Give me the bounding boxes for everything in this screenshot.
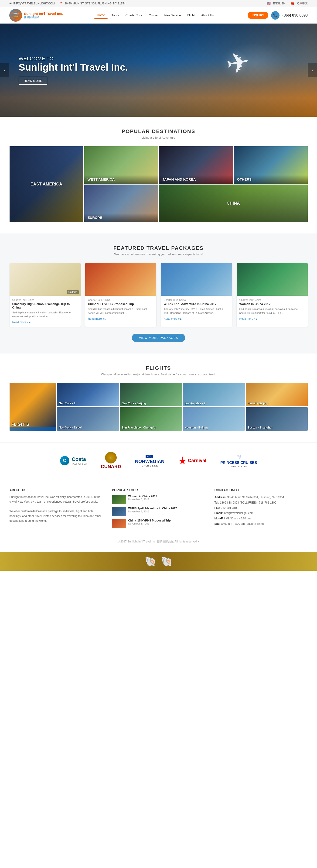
logo: Sunlight 捷腾旅遊 Sunlight Int'l Travel Inc.…	[9, 9, 63, 22]
lang-cn[interactable]: 简体中文	[296, 1, 308, 5]
partner-costa: C Costa ITALY AT SEA	[60, 456, 87, 465]
svg-text:Sunlight: Sunlight	[12, 13, 19, 15]
header: Sunlight 捷腾旅遊 Sunlight Int'l Travel Inc.…	[0, 7, 317, 24]
inquiry-button[interactable]: INQUIRY	[248, 12, 268, 19]
destination-china[interactable]: CHINA	[159, 185, 308, 222]
hero-read-more-button[interactable]: READ MORE	[19, 77, 47, 85]
package-desc-2: Sed dapibus massa a tincidunt convallis.…	[88, 307, 154, 315]
view-more-packages-button[interactable]: VIEW MORE PACKAGES	[132, 334, 185, 342]
destination-east-america[interactable]: EAST AMERICA	[9, 146, 84, 222]
nav-visa[interactable]: Visa Service	[161, 12, 184, 19]
lang-en[interactable]: ENGLISH	[273, 2, 285, 5]
package-card-1: Students Charter Tour, China Simsbury Hi…	[9, 263, 81, 327]
flight-la-label: Los Angeles - ?	[185, 402, 205, 405]
package-card-2: Charter Tour, China China '15 HVRHS Prop…	[85, 263, 156, 327]
flight-sf-chengdu[interactable]: San Francisco - Chengdu	[120, 407, 182, 431]
hero-content: WELCOME TO Sunlight Int'l Travel Inc. RE…	[0, 56, 317, 85]
featured-subtitle: We have a unique way of meeting your adv…	[9, 253, 308, 256]
flight-ny-unknown[interactable]: New York - ?	[57, 383, 119, 406]
destination-west-america[interactable]: WEST AMERICA	[84, 146, 158, 184]
footer-hours: Mon-Fri: 09:30 am - 6:30 pm Sat: 10:00 a…	[215, 516, 308, 527]
phone-number: (866) 838 6898	[282, 13, 308, 18]
ncl-label: NORWEGIAN	[135, 459, 164, 464]
logo-name-en: Sunlight Int'l Travel Inc.	[24, 12, 63, 16]
destinations-subtitle: Living a Life of Adventure	[9, 136, 308, 140]
tour-date-1: November 8, 2017	[128, 498, 157, 501]
footer-tour-item-2: WHPS April Adventure in China 2017 Novem…	[112, 507, 205, 516]
package-card-3: Charter Tour, China WHPS April Adventure…	[161, 263, 232, 327]
nav-tours[interactable]: Tours	[109, 12, 122, 19]
location-icon: 📍	[59, 2, 63, 5]
package-desc-4: Sed dapibus massa a tincidunt convallis.…	[240, 307, 305, 315]
bottom-decoration: 🐚 🐚	[0, 552, 317, 571]
flights-subtitle: We specialize in selling major airline t…	[9, 373, 308, 376]
flight-la-unknown[interactable]: Los Angeles - ?	[183, 383, 245, 406]
flight-ny-beijing[interactable]: New York - Beijing	[120, 383, 182, 406]
package-read-more-1[interactable]: Read more »	[12, 321, 31, 324]
package-body-1: Charter Tour, China Simsbury High School…	[9, 296, 81, 327]
nav-flight[interactable]: Flight	[185, 12, 197, 19]
hero-prev-button[interactable]: ‹	[0, 63, 9, 77]
hero-next-button[interactable]: ›	[308, 63, 317, 77]
destination-europe[interactable]: EUROPE	[84, 185, 158, 222]
costa-label: Costa	[71, 456, 87, 462]
package-read-more-2[interactable]: Read more »	[88, 317, 106, 320]
email-icon: ✉	[9, 2, 12, 5]
flight-hawaii-beijing[interactable]: Hawaii - Beijing	[246, 383, 308, 406]
nav-about[interactable]: About Us	[198, 12, 216, 19]
shell-icon-2: 🐚	[161, 556, 172, 567]
dest-japan-korea-label: JAPAN AND KOREA	[159, 175, 233, 184]
flight-boston-shanghai[interactable]: Boston - Shanghai	[246, 407, 308, 431]
address-info: 📍 36-40 MAIN ST. STE 304, FLUSHING, NY 1…	[59, 2, 126, 5]
tour-thumb-1	[112, 495, 126, 504]
package-read-more-3[interactable]: Read more »	[164, 317, 182, 320]
nav-charter[interactable]: Charter Tour	[123, 12, 145, 19]
destination-others[interactable]: OTHERS	[234, 146, 308, 184]
dest-others-label: OTHERS	[234, 175, 308, 184]
package-card-4: Charter Tour, China Women in China 2017 …	[236, 263, 308, 327]
footer-tour-item-1: Women in China 2017 November 8, 2017	[112, 495, 205, 504]
package-read-more-4[interactable]: Read more »	[240, 317, 258, 320]
hero-title: Sunlight Int'l Travel Inc.	[19, 62, 317, 73]
tour-title-2[interactable]: WHPS April Adventure in China 2017	[128, 507, 177, 510]
partners-row: C Costa ITALY AT SEA ⚓ CUNARD NCL	[42, 452, 275, 469]
flight-ny-beijing-label: New York - Beijing	[122, 402, 146, 405]
tour-title-3[interactable]: China '15 HVRHS Proposed Trip	[128, 519, 171, 522]
cunard-label: CUNARD	[101, 464, 121, 469]
princess-label: PRINCESS CRUISES	[220, 461, 257, 465]
flight-main[interactable]: FLIGHTS	[9, 383, 56, 431]
flight-houston-beijing-label: Houston - Beijing	[185, 426, 208, 429]
featured-section: FEATURED TRAVEL PACKAGES We have a uniqu…	[0, 234, 317, 353]
phone-icon: 📞	[271, 11, 280, 20]
destination-japan-korea[interactable]: JAPAN AND KOREA	[159, 146, 233, 184]
footer-tel: Tel: 1866-838-6898 (TOLL FREE) | 718-762…	[215, 500, 308, 505]
tour-date-2: November 8, 2017	[128, 510, 177, 513]
costa-sublabel: ITALY AT SEA	[71, 462, 87, 465]
flag-en-icon: 🇺🇸	[267, 2, 271, 5]
package-title-1: Simsbury High School Exchange Trip to Ch…	[12, 302, 78, 309]
top-bar-left: ✉ INFO@TRAVELSUNLIGHT.COM 📍 36-40 MAIN S…	[9, 2, 126, 5]
partner-princess: ≋ PRINCESS CRUISES come back new	[220, 454, 257, 468]
carnival-logo-icon	[179, 457, 187, 465]
tour-title-1[interactable]: Women in China 2017	[128, 495, 157, 498]
dest-west-america-label: WEST AMERICA	[84, 175, 158, 184]
top-bar: ✉ INFO@TRAVELSUNLIGHT.COM 📍 36-40 MAIN S…	[0, 0, 317, 7]
footer-email: Email: info@travelsunlight.com	[215, 510, 308, 516]
footer-tour-item-3: China '15 HVRHS Proposed Trip November 1…	[112, 519, 205, 528]
package-title-4: Women in China 2017	[240, 302, 305, 306]
footer-popular-title: POPULAR TOUR	[112, 488, 205, 492]
flight-ny-taipei[interactable]: New York - Taipei	[57, 407, 119, 431]
svg-text:捷腾旅遊: 捷腾旅遊	[13, 16, 19, 17]
nav-cruise[interactable]: Cruise	[146, 12, 160, 19]
flight-main-label: FLIGHTS	[11, 422, 29, 427]
email-info: ✉ INFO@TRAVELSUNLIGHT.COM	[9, 2, 55, 5]
package-img-3	[161, 263, 232, 296]
princess-sublabel: come back new	[220, 465, 257, 468]
nav-home[interactable]: Home	[94, 12, 108, 19]
dest-china-label: CHINA	[159, 185, 308, 222]
partners-section: C Costa ITALY AT SEA ⚓ CUNARD NCL	[0, 442, 317, 479]
package-tag-1: Charter Tour, China	[12, 299, 78, 301]
destinations-grid: EAST AMERICA WEST AMERICA JAPAN AND KORE…	[9, 146, 308, 222]
flight-houston-beijing[interactable]: Houston - Beijing	[183, 407, 245, 431]
package-tag-2: Charter Tour, China	[88, 299, 154, 301]
